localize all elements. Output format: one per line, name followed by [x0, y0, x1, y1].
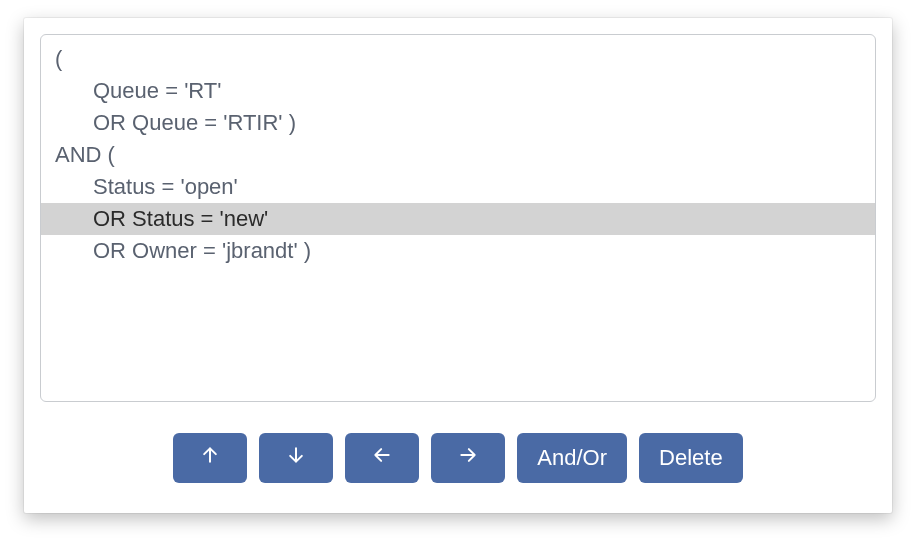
move-left-button[interactable]	[345, 433, 419, 483]
toggle-and-or-button[interactable]: And/Or	[517, 433, 627, 483]
arrow-left-icon	[372, 445, 392, 471]
query-line[interactable]: Status = 'open'	[41, 171, 875, 203]
query-line[interactable]: OR Queue = 'RTIR' )	[41, 107, 875, 139]
query-line[interactable]: AND (	[41, 139, 875, 171]
arrow-down-icon	[286, 445, 306, 471]
query-line-selected[interactable]: OR Status = 'new'	[41, 203, 875, 235]
query-line[interactable]: OR Owner = 'jbrandt' )	[41, 235, 875, 267]
arrow-right-icon	[458, 445, 478, 471]
move-right-button[interactable]	[431, 433, 505, 483]
query-expression-box[interactable]: ( Queue = 'RT' OR Queue = 'RTIR' ) AND (…	[40, 34, 876, 402]
delete-button[interactable]: Delete	[639, 433, 743, 483]
query-toolbar: And/Or Delete	[24, 433, 892, 483]
move-down-button[interactable]	[259, 433, 333, 483]
query-builder-panel: ( Queue = 'RT' OR Queue = 'RTIR' ) AND (…	[24, 18, 892, 513]
arrow-up-icon	[200, 445, 220, 471]
move-up-button[interactable]	[173, 433, 247, 483]
query-lines: ( Queue = 'RT' OR Queue = 'RTIR' ) AND (…	[41, 35, 875, 267]
query-line[interactable]: (	[41, 43, 875, 75]
query-line[interactable]: Queue = 'RT'	[41, 75, 875, 107]
